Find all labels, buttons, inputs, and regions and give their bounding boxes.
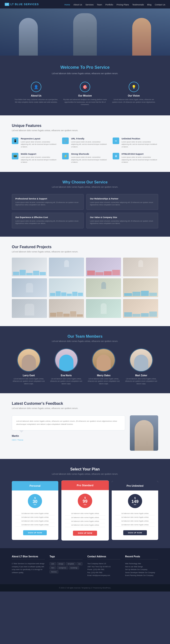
nav-links: Home About Us Services Team Portfolio Pr… <box>64 2 165 6</box>
nav-services[interactable]: Services <box>86 4 94 6</box>
feature-mission-desc: Flip labs sed advanced analytics are cre… <box>63 98 107 106</box>
nav-portfolio[interactable]: Portfolio <box>105 4 113 6</box>
feedback-author: Martin CEO / Theme <box>12 435 125 442</box>
nav-blog[interactable]: Blog <box>147 4 151 6</box>
unique-content-5: HTML5/CSS3 Support Lorem ipsum dolor sit… <box>122 153 158 164</box>
footer-tags-title: Tags <box>50 555 83 560</box>
feature-about-title: About Us <box>14 94 58 97</box>
feedback-quote-text: Lid est laborum dolo rumes fugats untras… <box>16 420 121 426</box>
unique-title-4: Strong Shortcode <box>71 153 108 155</box>
footer-grid: About LT Blue Services LT Blue Services … <box>12 555 158 577</box>
feature-vision: 💡 Our Vision Lid est laborum dolo rumes … <box>112 82 156 106</box>
project-thumb-2[interactable] <box>49 258 84 276</box>
price-btn-personal[interactable]: SIGN UP NOW <box>23 530 47 535</box>
footer-post-0[interactable]: Web Technology Inter <box>125 562 158 565</box>
feedback-person-silhouette <box>135 420 153 451</box>
project-thumb-12[interactable] <box>123 299 158 318</box>
nav-team[interactable]: Team <box>97 4 102 6</box>
footer-tag-1[interactable]: design <box>57 562 65 565</box>
unique-item-4: ⚡ Strong Shortcode Lorem ipsum dolor sit… <box>62 153 108 164</box>
nav-testimonials[interactable]: Testimonials <box>132 4 144 6</box>
feature-vision-desc: Lid est laborum dolo rumes fugats untras… <box>112 98 156 103</box>
brand-logo[interactable]: LT LT BLUE SERVICES <box>5 3 39 6</box>
footer-about: About LT Blue Services LT Blue Services … <box>12 555 45 577</box>
team-desc-marry: Lid est laborum dolo rumes fugats untras… <box>87 378 121 385</box>
hero-section <box>0 8 170 56</box>
footer-post-1[interactable]: New to use Web Design <box>125 565 158 568</box>
footer-post-2[interactable]: Set Up Website Our Company <box>125 568 158 571</box>
projects-section: Our Featured Projects Lid est laborum do… <box>0 237 170 326</box>
unique-title-1: URL Friendly <box>71 138 108 140</box>
footer-tag-0[interactable]: web <box>50 562 56 565</box>
welcome-heading: Welcome To Pro Service <box>14 65 156 70</box>
proj-figure-5 <box>26 283 33 292</box>
price-header-pro-unlimited: Pro Unlimited <box>112 481 158 490</box>
chart-1 <box>13 269 46 275</box>
team-member-mart: Mart Zuker Lid est laborum dolo rumes fu… <box>124 348 158 385</box>
welcome-subtext: Lid est laborum dolo rumes fugats untras… <box>14 72 156 75</box>
avatar-body-eva <box>59 354 73 371</box>
footer-contact-4: Email: info@yourcompany.com <box>87 574 120 577</box>
unique-grid: 📱 Responsive Layout Lorem ipsum dolor si… <box>12 138 158 164</box>
pricing-section: Select Your Plan Lid est laborum dolo ru… <box>0 459 170 548</box>
feature-mission: 🎯 Our Mission Flip labs sed advanced ana… <box>63 82 107 106</box>
price-card-pro-unlimited: Pro Unlimited $ 149 mo Lid laborum dolo … <box>112 481 158 540</box>
footer-tag-6[interactable]: bootstrap <box>69 566 79 569</box>
logo-icon: LT <box>5 3 9 6</box>
unique-item-2: ∞ Unlimited Position Lorem ipsum dolor s… <box>113 138 158 148</box>
person-silhouette-2 <box>73 13 97 56</box>
price-btn-pro-unlimited[interactable]: SIGN UP NOW <box>123 530 147 535</box>
proj-figure-9 <box>25 304 34 316</box>
hero-person-3 <box>113 8 170 56</box>
unique-content-0: Responsive Layout Lorem ipsum dolor sit … <box>21 138 57 148</box>
project-thumb-3[interactable] <box>86 258 121 276</box>
chart-6 <box>50 290 83 296</box>
avatar-face-marry <box>93 349 115 371</box>
about-icon: 👤 <box>31 82 41 92</box>
nav-home[interactable]: Home <box>64 4 70 6</box>
welcome-features: 👤 About Us True flatten their easy custo… <box>14 82 156 106</box>
footer-tag-2[interactable]: template <box>66 562 75 565</box>
project-thumb-7[interactable] <box>86 278 121 297</box>
footer-post-4[interactable]: Event Planning Website Our Company <box>125 574 158 577</box>
nav-about[interactable]: About Us <box>73 4 82 6</box>
price-card-pro-standard: Pro Standard $ 99 mo Lid laborum dolo ru… <box>61 480 109 541</box>
footer-tag-5[interactable]: wordpress <box>57 566 68 569</box>
hero-background <box>0 8 170 56</box>
nav-pricing[interactable]: Pricing Plans <box>116 4 129 6</box>
project-thumb-10[interactable] <box>49 299 84 318</box>
price-btn-pro-standard[interactable]: SIGN UP NOW <box>73 531 97 536</box>
project-thumb-8[interactable] <box>123 278 158 297</box>
team-name-eva: Eva Noris <box>49 374 83 377</box>
project-thumb-5[interactable] <box>12 278 47 297</box>
project-thumb-6[interactable] <box>49 278 84 297</box>
unique-item-0: 📱 Responsive Layout Lorem ipsum dolor si… <box>12 138 57 148</box>
proj-figure-2 <box>64 260 69 267</box>
project-thumb-4[interactable] <box>123 258 158 276</box>
unique-title-5: HTML5/CSS3 Support <box>122 153 158 155</box>
footer-contact: Contact Address Your Company Name LIS 15… <box>87 555 120 577</box>
project-thumb-1[interactable] <box>12 258 47 276</box>
proj-figure-7 <box>101 282 106 289</box>
chart-8 <box>124 290 157 296</box>
project-thumb-9[interactable] <box>12 299 47 318</box>
unique-title-0: Responsive Layout <box>21 138 57 140</box>
proj-figure-11 <box>101 303 107 314</box>
price-feature-0-1: Lid laborum dolo rumes fugats untras <box>15 516 55 519</box>
nav-contact[interactable]: Contact Us <box>155 4 165 6</box>
feedback-author-name: Martin <box>12 435 125 437</box>
why-card-desc-0: Lorem ipsum dolor sit amet, consectetur … <box>15 201 80 206</box>
footer-tag-4[interactable]: html <box>50 566 56 569</box>
project-thumb-11[interactable] <box>86 299 121 318</box>
why-section: Why Choose Our Service Lid est laborum d… <box>0 172 170 237</box>
unique-desc-0: Lorem ipsum dolor sit amet, consectetur … <box>21 141 57 148</box>
unique-icon-mobile: 📟 <box>12 153 18 160</box>
footer-post-3[interactable]: Senior Developer Website Our Company <box>125 571 158 574</box>
unique-content-2: Unlimited Position Lorem ipsum dolor sit… <box>122 138 158 148</box>
feature-about: 👤 About Us True flatten their easy custo… <box>14 82 58 106</box>
footer-tag-3[interactable]: css <box>76 562 82 565</box>
price-feature-2-1: Lid laborum dolo rumes fugats untras <box>115 516 155 519</box>
why-card-desc-2: Lorem ipsum dolor sit amet, consectetur … <box>15 220 80 225</box>
footer-tag-7[interactable]: themes <box>50 570 58 573</box>
unique-desc-4: Lorem ipsum dolor sit amet, consectetur … <box>71 156 108 164</box>
